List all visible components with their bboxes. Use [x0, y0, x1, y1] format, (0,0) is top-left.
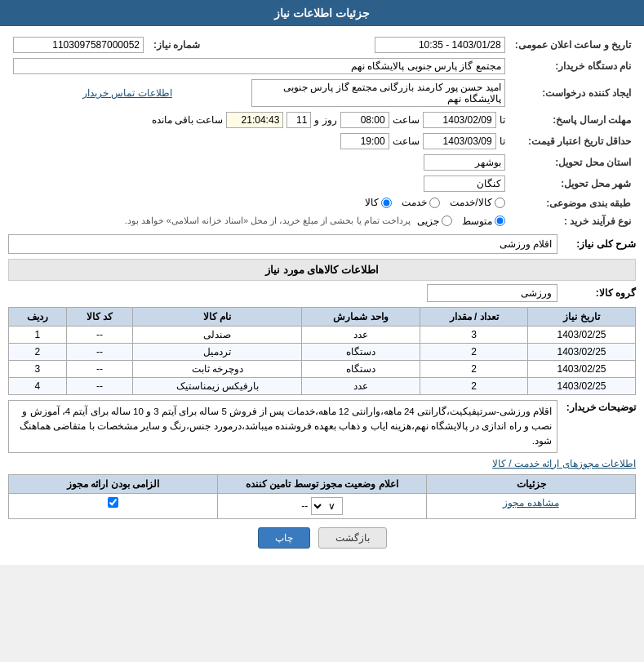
- table-row: 1403/02/25 2 عدد بارفیکس زیمناستیک -- 4: [9, 377, 636, 394]
- mohlat-ersal-row: تا 1403/02/09 ساعت 08:00 روز و 11 21:04:…: [8, 109, 510, 131]
- row-shomare: تاریخ و ساعت اعلان عمومی: 1403/01/28 - 1…: [8, 34, 636, 56]
- col-tedad: تعداد / مقدار: [420, 307, 528, 326]
- shahr-value: کنگان: [8, 173, 510, 194]
- items-table: تاریخ نیاز تعداد / مقدار واحد شمارش نام …: [8, 307, 636, 395]
- shomare-niaz-value: 1103097587000052: [8, 34, 149, 56]
- ostan-value: بوشهر: [8, 152, 510, 173]
- sareh-label: شرح کلی نیاز:: [562, 238, 636, 250]
- row-mohlat: مهلت ارسال پاسخ: تا 1403/02/09 ساعت 08:0…: [8, 109, 636, 131]
- tawzih-label: توضیحات خریدار:: [562, 400, 636, 413]
- eltezam-ealam-value: ∨ --: [217, 494, 426, 518]
- mohlat-ersal-label: مهلت ارسال پاسخ:: [510, 109, 636, 131]
- cell-radif: 4: [9, 377, 67, 394]
- table-row: 1403/02/25 2 دستگاه تردمیل -- 2: [9, 343, 636, 360]
- mojoz-section: اطلاعات مجوزهای ارائه خدمت / کالا: [8, 458, 636, 469]
- ijad-konande-value: امید حسن پور کارمند بازرگانی مجتمع گاز پ…: [246, 77, 510, 109]
- cell-radif: 1: [9, 326, 67, 343]
- tawzih-value: اقلام ورزشی-سرتیفیکیت،گارانتی 24 ماهه،وا…: [8, 400, 557, 453]
- cell-vahed: عدد: [301, 326, 420, 343]
- cell-kod: --: [66, 377, 133, 394]
- cell-radif: 2: [9, 343, 67, 360]
- moshahede-mojoz-button[interactable]: مشاهده مجوز: [503, 497, 558, 509]
- row-nam-dastgah: نام دستگاه خریدار: مجتمع گاز پارس جنوبی …: [8, 56, 636, 77]
- table-row: 1403/02/25 2 دستگاه دوچرخه ثابت -- 3: [9, 360, 636, 377]
- back-button[interactable]: بازگشت: [318, 527, 387, 549]
- hadaksar-label: حداقل تاریخ اعتبار قیمت:: [510, 131, 636, 152]
- ealam-select[interactable]: ∨: [311, 497, 343, 515]
- cell-tarikh: 1403/02/25: [528, 343, 636, 360]
- radio-jozi: جزیی: [417, 215, 452, 227]
- cell-tarikh: 1403/02/25: [528, 377, 636, 394]
- eltezam-body: مشاهده مجوز ∨ --: [8, 494, 636, 519]
- print-button[interactable]: چاپ: [258, 527, 310, 549]
- radio-kala-khedmat: کالا/خدمت: [450, 197, 504, 208]
- cell-tarikh: 1403/02/25: [528, 360, 636, 377]
- eltezam-checkbox[interactable]: [108, 497, 118, 508]
- page-container: جزئیات اطلاعات نیاز تاریخ و ساعت اعلان ع…: [0, 0, 644, 565]
- nooe-farayand-row: متوسط جزیی پرداخت تمام یا بخشی از مبلغ خ…: [8, 213, 510, 229]
- eltezam-section: جزئیات اعلام وضعیت مجوز توسط تامین کننده…: [8, 474, 636, 519]
- cell-tedad: 2: [420, 343, 528, 360]
- info-table: تاریخ و ساعت اعلان عمومی: 1403/01/28 - 1…: [8, 34, 636, 229]
- mojoz-link[interactable]: اطلاعات مجوزهای ارائه خدمت / کالا: [492, 458, 636, 469]
- col-vahed: واحد شمارش: [301, 307, 420, 326]
- shahr-label: شهر محل تحویل:: [510, 173, 636, 194]
- eltezam-check-cell: [9, 494, 217, 518]
- ostan-label: استان محل تحویل:: [510, 152, 636, 173]
- nam-dastgah-value: مجتمع گاز پارس جنوبی پالایشگاه نهم: [8, 56, 510, 77]
- cell-name: دوچرخه ثابت: [133, 360, 302, 377]
- sareh-value: اقلام ورزشی: [8, 234, 557, 254]
- eltezam-joz-value: مشاهده مجوز: [426, 494, 635, 518]
- table-row: 1403/02/25 3 عدد صندلی -- 1: [9, 326, 636, 343]
- tarikh-elan-value: 1403/01/28 - 10:35: [271, 34, 510, 56]
- col-name: نام کالا: [133, 307, 302, 326]
- cell-tedad: 2: [420, 360, 528, 377]
- cell-kod: --: [66, 343, 133, 360]
- cell-vahed: دستگاه: [301, 360, 420, 377]
- nooe-farayand-label: نوع فرآیند خرید :: [510, 213, 636, 229]
- nooe-farayand-desc: پرداخت تمام یا بخشی از مبلغ خرید، از محل…: [125, 215, 411, 226]
- tawzih-row: توضیحات خریدار: اقلام ورزشی-سرتیفیکیت،گا…: [8, 400, 636, 453]
- cell-kod: --: [66, 326, 133, 343]
- grooh-kala-row: گروه کالا: ورزشی: [8, 284, 636, 302]
- col-kod: کد کالا: [66, 307, 133, 326]
- cell-radif: 3: [9, 360, 67, 377]
- hadaksar-row: تا 1403/03/09 ساعت 19:00: [8, 131, 510, 152]
- tabagheh-options: کالا/خدمت خدمت کالا: [8, 194, 510, 213]
- eltezam-header: جزئیات اعلام وضعیت مجوز توسط تامین کننده…: [8, 474, 636, 494]
- row-nooe-farayand: نوع فرآیند خرید : متوسط جزیی پرداخت تمام…: [8, 213, 636, 229]
- grooh-kala-label: گروه کالا:: [562, 287, 636, 299]
- footer-buttons: بازگشت چاپ: [8, 527, 636, 549]
- cell-name: تردمیل: [133, 343, 302, 360]
- cell-tarikh: 1403/02/25: [528, 326, 636, 343]
- sareh-koli-row: شرح کلی نیاز: اقلام ورزشی: [8, 234, 636, 254]
- tabagheh-label: طبقه بندی موضوعی:: [510, 194, 636, 213]
- cell-kod: --: [66, 360, 133, 377]
- eltezam-col-joz: جزئیات: [426, 475, 635, 493]
- eltezam-col-elt: الزامی بودن ارائه مجوز: [9, 475, 217, 493]
- radio-motavaset: متوسط: [462, 215, 505, 227]
- row-hadaksar: حداقل تاریخ اعتبار قیمت: تا 1403/03/09 س…: [8, 131, 636, 152]
- cell-name: صندلی: [133, 326, 302, 343]
- cell-vahed: عدد: [301, 377, 420, 394]
- ettelaat-tamas-link[interactable]: اطلاعات تماس خریدار: [82, 87, 172, 99]
- cell-vahed: دستگاه: [301, 343, 420, 360]
- kalahai-section-title: اطلاعات کالاهای مورد نیاز: [8, 259, 636, 281]
- row-ostan: استان محل تحویل: بوشهر: [8, 152, 636, 173]
- row-ijad: ایجاد کننده درخواست: امید حسن پور کارمند…: [8, 77, 636, 109]
- items-table-body: 1403/02/25 3 عدد صندلی -- 1 1403/02/25 2…: [9, 326, 636, 394]
- main-content: تاریخ و ساعت اعلان عمومی: 1403/01/28 - 1…: [0, 26, 644, 565]
- row-shahr: شهر محل تحویل: کنگان: [8, 173, 636, 194]
- col-radif: ردیف: [9, 307, 67, 326]
- page-title: جزئیات اطلاعات نیاز: [0, 0, 644, 26]
- row-tabagheh: طبقه بندی موضوعی: کالا/خدمت خدمت کالا: [8, 194, 636, 213]
- radio-khedmat: خدمت: [402, 197, 440, 208]
- cell-tedad: 3: [420, 326, 528, 343]
- items-table-header: تاریخ نیاز تعداد / مقدار واحد شمارش نام …: [9, 307, 636, 326]
- col-tarikh: تاریخ نیاز: [528, 307, 636, 326]
- grooh-kala-value: ورزشی: [427, 284, 557, 302]
- cell-tedad: 2: [420, 377, 528, 394]
- ijad-konande-label: ایجاد کننده درخواست:: [510, 77, 636, 109]
- nam-dastgah-label: نام دستگاه خریدار:: [510, 56, 636, 77]
- cell-name: بارفیکس زیمناستیک: [133, 377, 302, 394]
